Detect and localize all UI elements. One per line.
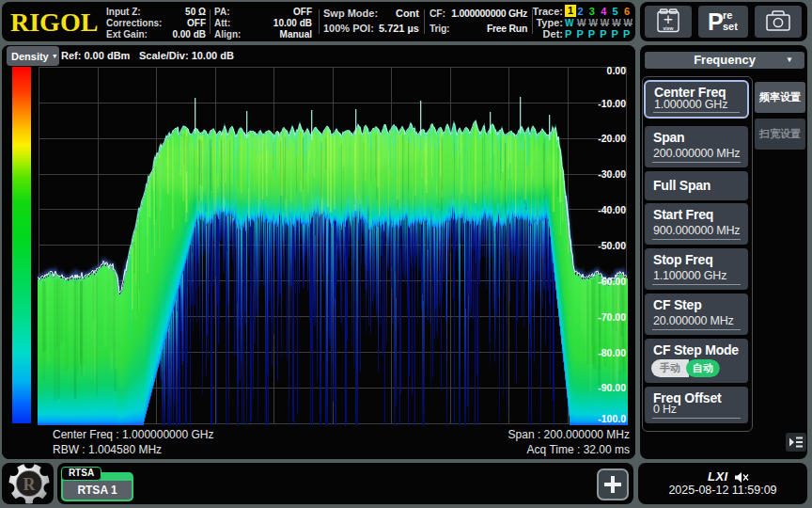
svg-text:R: R [23,475,37,494]
svg-text:-10.00: -10.00 [598,98,626,109]
svg-text:-40.00: -40.00 [598,204,626,215]
svg-text:-30.00: -30.00 [598,168,626,180]
svg-text:-20.00: -20.00 [598,133,626,144]
svg-text:-50.00: -50.00 [598,240,626,251]
svg-text:-100.0: -100.0 [598,413,626,424]
svg-text:-80.00: -80.00 [598,347,626,358]
svg-text:0.00: 0.00 [607,65,627,76]
svg-text:view: view [664,25,674,31]
svg-text:-60.00: -60.00 [598,276,626,287]
svg-text:-70.00: -70.00 [598,311,626,323]
svg-text:-90.00: -90.00 [598,382,626,393]
